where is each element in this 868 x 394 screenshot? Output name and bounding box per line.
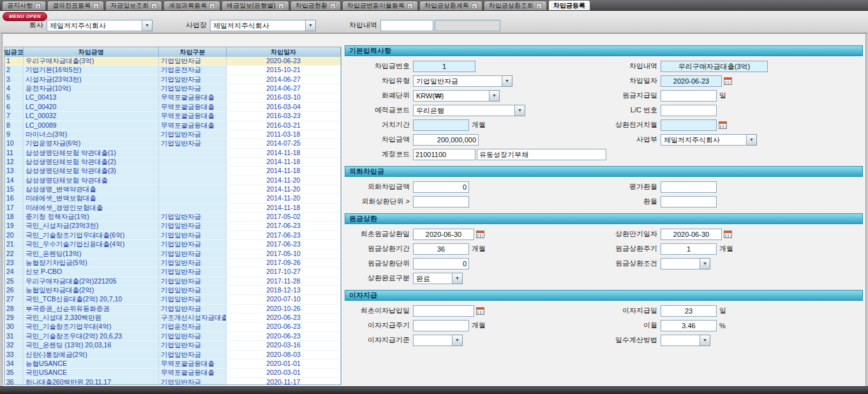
tab-close-icon[interactable]: ×	[35, 3, 41, 9]
rate-field[interactable]: 3.46	[661, 320, 717, 331]
first-repay-date-field[interactable]: 2020-06-30	[413, 229, 474, 240]
table-row[interactable]: 22국민_온렌딩(13억)기업일반자금2017-05-10	[4, 250, 341, 259]
chevron-down-icon[interactable]: ▼	[453, 335, 463, 346]
table-row[interactable]: 31국민_기술창조우대(2억) 20,6,23기업일반자금2020-06-23	[4, 332, 341, 341]
tab-close-icon[interactable]: ×	[407, 3, 413, 9]
tab-item[interactable]: 결의전표등록×	[47, 1, 104, 10]
tab-active[interactable]: 차입금등록	[548, 0, 590, 10]
table-row[interactable]: 5LC_00413무역포괄금융대출2016-03-10	[4, 93, 341, 102]
repay-unit-field[interactable]: 0	[413, 258, 469, 269]
first-interest-date-field[interactable]	[413, 305, 474, 317]
account-code-field[interactable]: 21001100	[413, 149, 475, 160]
tab-close-icon[interactable]: ×	[209, 3, 215, 9]
column-header[interactable]: 차입금명	[24, 47, 159, 57]
loan-desc-filter-input-2[interactable]	[435, 20, 500, 31]
chevron-down-icon[interactable]: ▼	[502, 75, 513, 87]
table-row[interactable]: 27국민_TCB신용대출(2억) 20,7,10기업일반자금2020-07-10	[4, 295, 341, 304]
calendar-icon[interactable]	[724, 77, 732, 85]
tab-close-icon[interactable]: ×	[278, 3, 284, 9]
complete-flag-select[interactable]: 완료 ▼	[413, 273, 463, 284]
grace-period-field[interactable]	[413, 119, 469, 131]
table-row[interactable]: 13삼성생명단체보험 약관대출(3)2014-11-18	[4, 167, 341, 176]
eval-rate-field[interactable]	[661, 181, 717, 193]
maturity-date-field[interactable]: 2020-06-30	[661, 229, 722, 240]
table-row[interactable]: 30국민_기술창조기업우대(4억)기업운전자금2020-06-23	[4, 322, 341, 331]
column-header[interactable]: 차입구분	[159, 47, 227, 57]
table-row[interactable]: 29국민_시설대 2,330백만원구조개선시설자금대출2020-06-23	[4, 314, 341, 322]
chevron-down-icon[interactable]: ▼	[700, 258, 710, 269]
division-select[interactable]: 제일저지주식회사 ▼	[661, 134, 757, 146]
table-row[interactable]: 35국민USANCE무역포괄금융대출2020-03-01	[4, 368, 341, 377]
chevron-down-icon[interactable]: ▼	[490, 90, 500, 102]
interest-cycle-field[interactable]	[413, 320, 469, 331]
tab-item[interactable]: 예금일보(은행별)×	[221, 1, 289, 10]
table-row[interactable]: 8LC_00089무역포괄금융대출2016-03-21	[4, 121, 341, 130]
tab-item[interactable]: 계정과목등록×	[163, 1, 220, 10]
chevron-down-icon[interactable]: ▼	[747, 134, 757, 146]
chevron-down-icon[interactable]: ▼	[306, 20, 316, 31]
table-row[interactable]: 26농협일반자금대출(2억)기업일반자금2018-12-13	[4, 286, 341, 295]
table-row[interactable]: 7LC_00032무역포괄금융대출2016-03-23	[4, 112, 341, 121]
table-row[interactable]: 34농협USANCE무역포괄금융대출2020-01-01	[4, 360, 341, 368]
chevron-down-icon[interactable]: ▼	[453, 273, 463, 284]
loan-no-field[interactable]: 1	[413, 61, 475, 72]
tab-item[interactable]: 공지사항×	[2, 1, 46, 10]
fx-repay-unit-field[interactable]	[413, 196, 469, 208]
tab-close-icon[interactable]: ×	[472, 3, 477, 9]
table-row[interactable]: 15삼성생명_변액약관대출2014-11-20	[4, 185, 341, 194]
table-row[interactable]: 9마이너스(3억)기업일반자금2011-03-18	[4, 130, 341, 139]
loan-desc-field[interactable]: 우리구매자금대출(3억)	[661, 61, 768, 72]
loan-amount-field[interactable]: 200,000,000	[413, 134, 479, 146]
interest-basis-select[interactable]: ▼	[413, 335, 463, 346]
table-row[interactable]: 20국민_기술창조기업우대대출(6억)기업일반자금2017-06-23	[4, 231, 341, 240]
table-row[interactable]: 4운전자금(10억)기업일반자금2014-06-27	[4, 84, 341, 93]
table-row[interactable]: 24신보 P-CBO기업일반자금2017-10-27	[4, 268, 341, 277]
calendar-icon[interactable]	[719, 121, 727, 129]
table-row[interactable]: 17미래에셋_경영인보험대출2014-11-18	[4, 204, 341, 213]
table-row[interactable]: 12삼성생명단체보험 약관대출(2)2014-11-18	[4, 158, 341, 167]
day-count-method-select[interactable]: ▼	[661, 335, 710, 346]
account-name-field[interactable]: 유동성장기부채	[477, 149, 606, 160]
deposit-code-select[interactable]: 우리은행 ▼	[413, 105, 525, 116]
loan-type-select[interactable]: 기업일반자금 ▼	[413, 75, 513, 87]
table-row[interactable]: 19국민_시설자금(23억3천)기업일반자금2017-06-23	[4, 222, 341, 231]
principal-pay-day-field[interactable]	[661, 90, 717, 102]
fx-amount-field[interactable]: 0	[413, 181, 469, 193]
table-row[interactable]: 21국민_우수기술기업신용대출(4억)기업일반자금2017-06-23	[4, 240, 341, 249]
chevron-down-icon[interactable]: ▼	[142, 20, 153, 31]
loan-desc-filter-input[interactable]	[380, 20, 433, 31]
tab-item[interactable]: 차입금상환조회×	[484, 1, 547, 10]
table-row[interactable]: 3시설자금(23억3천)기업일반자금2014-06-27	[4, 75, 341, 84]
table-row[interactable]: 2기업기본(16억5천)기업운전자금2015-10-21	[4, 66, 341, 75]
tab-item[interactable]: 차입금현황×	[290, 1, 341, 10]
calendar-icon[interactable]	[476, 231, 484, 238]
loan-date-field[interactable]: 2020-06-23	[661, 75, 722, 87]
repay-period-field[interactable]: 36	[413, 243, 469, 255]
tab-item[interactable]: 자금일보조회×	[105, 1, 162, 10]
chevron-down-icon[interactable]: ▼	[700, 335, 710, 346]
column-header[interactable]: 차입금코드	[4, 47, 24, 57]
tab-item[interactable]: 차입금상환계획×	[419, 1, 483, 10]
company-select[interactable]: 제일저지주식회사 ▼	[47, 20, 153, 31]
table-row[interactable]: 14삼성생명단체보험 약관대출2014-11-20	[4, 176, 341, 185]
table-row[interactable]: 25우리구매자금대출(2억)221205기업일반자금2017-11-28	[4, 277, 341, 286]
repay-condition-select[interactable]: ▼	[661, 258, 710, 269]
column-header[interactable]: 차입일자	[227, 47, 341, 57]
table-row[interactable]: 18중기청 정책자금(1억)기업일반자금2017-05-02	[4, 213, 341, 222]
table-row[interactable]: 23농협장기차입금(5억)기업일반자금2017-09-26	[4, 259, 341, 268]
tab-close-icon[interactable]: ×	[151, 3, 157, 9]
pre-repay-month-field[interactable]	[661, 119, 717, 131]
tab-close-icon[interactable]: ×	[93, 3, 99, 9]
repay-cycle-field[interactable]: 1	[661, 243, 717, 255]
table-row[interactable]: 32국민_온렌딩 (13억) 20,03,16기업일반자금2020-03-16	[4, 341, 341, 350]
table-row[interactable]: 10기업운영자금(6억)기업일반자금2014-07-25	[4, 139, 341, 148]
calendar-icon[interactable]	[476, 307, 484, 315]
calendar-icon[interactable]	[724, 231, 732, 238]
ex-rate-field[interactable]	[661, 196, 717, 208]
tab-close-icon[interactable]: ×	[536, 3, 542, 9]
currency-select[interactable]: KRW(₩) ▼	[413, 90, 500, 102]
table-row[interactable]: 33신한(-)통장예금(2억)기업일반자금2020-08-03	[4, 351, 341, 360]
interest-day-field[interactable]: 23	[661, 305, 717, 317]
table-row[interactable]: 1우리구매자금대출(3억)기업일반자금2020-06-23	[4, 57, 341, 66]
table-row[interactable]: 11삼성생명단체보험 약관대출(1)2014-11-18	[4, 149, 341, 158]
